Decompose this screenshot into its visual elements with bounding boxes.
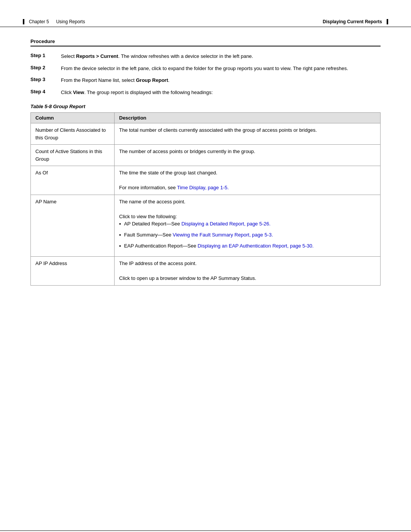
- step-3-bold: Group Report: [136, 77, 168, 83]
- col-header-column: Column: [31, 113, 115, 123]
- main-content: Procedure Step 1 Select Reports > Curren…: [0, 27, 411, 324]
- step-2-content: From the device selector in the left pan…: [61, 65, 348, 72]
- bullet-1-prefix: AP Detailed Report—See Displaying a Deta…: [124, 220, 271, 228]
- row4-text1: The name of the access point.: [119, 199, 185, 204]
- row1-column: Number of Clients Associated to this Gro…: [31, 123, 115, 145]
- group-report-table: Column Description Number of Clients Ass…: [30, 112, 381, 286]
- row5-description: The IP address of the access point. Clic…: [115, 257, 381, 286]
- page-footer: 78-14947-01 User Guide for the CiscoWork…: [0, 530, 411, 532]
- table-header-row: Column Description: [31, 113, 381, 123]
- step-3-label: Step 3: [30, 77, 61, 82]
- step-4-row: Step 4 Click View. The group report is d…: [30, 89, 381, 96]
- bullet-3-prefix: EAP Authentication Report—See Displaying…: [124, 242, 314, 250]
- table-row: Number of Clients Associated to this Gro…: [31, 123, 381, 145]
- eap-auth-link[interactable]: Displaying an EAP Authentication Report,…: [198, 243, 314, 249]
- table-row: As Of The time the state of the group la…: [31, 166, 381, 195]
- step-1-label: Step 1: [30, 53, 61, 58]
- step-2-label: Step 2: [30, 65, 61, 70]
- page: Chapter 5 Using Reports Displaying Curre…: [0, 15, 411, 532]
- step-4-bold: View: [73, 89, 84, 95]
- table-caption: Table 5-8 Group Report: [30, 104, 381, 109]
- step-1-content: Select Reports > Current. The window ref…: [61, 53, 253, 60]
- detailed-report-link[interactable]: Displaying a Detailed Report, page 5-26.: [182, 221, 271, 227]
- step-1-bold: Reports > Current: [76, 53, 118, 59]
- header-right-title: Displaying Current Reports: [323, 19, 382, 24]
- steps-container: Step 1 Select Reports > Current. The win…: [30, 53, 381, 96]
- page-header: Chapter 5 Using Reports Displaying Curre…: [0, 15, 411, 27]
- step-1-row: Step 1 Select Reports > Current. The win…: [30, 53, 381, 60]
- fault-summary-link[interactable]: Viewing the Fault Summary Report, page 5…: [173, 232, 273, 238]
- time-display-link[interactable]: Time Display, page 1-5.: [177, 185, 229, 190]
- bullet-2-prefix: Fault Summary—See Viewing the Fault Summ…: [124, 231, 273, 239]
- chapter-title: Using Reports: [56, 19, 85, 24]
- table-row: AP IP Address The IP address of the acce…: [31, 257, 381, 286]
- row4-description: The name of the access point. Click to v…: [115, 195, 381, 257]
- step-4-label: Step 4: [30, 89, 61, 94]
- bullet-item-1: AP Detailed Report—See Displaying a Deta…: [119, 220, 376, 228]
- bullet-item-2: Fault Summary—See Viewing the Fault Summ…: [119, 231, 376, 239]
- row2-column: Count of Active Stations in this Group: [31, 145, 115, 166]
- step-3-row: Step 3 From the Report Name list, select…: [30, 77, 381, 84]
- row5-column: AP IP Address: [31, 257, 115, 286]
- row5-text1: The IP address of the access point.: [119, 260, 197, 266]
- col-header-description: Description: [115, 113, 381, 123]
- row3-text2: For more information, see Time Display, …: [119, 185, 229, 190]
- table-row: Count of Active Stations in this Group T…: [31, 145, 381, 166]
- step-2-row: Step 2 From the device selector in the l…: [30, 65, 381, 72]
- header-left: Chapter 5 Using Reports: [23, 19, 85, 24]
- row3-text1: The time the state of the group last cha…: [119, 170, 217, 176]
- header-right-bar: [387, 19, 388, 24]
- table-row: AP Name The name of the access point. Cl…: [31, 195, 381, 257]
- row3-column: As Of: [31, 166, 115, 195]
- header-right: Displaying Current Reports: [323, 19, 388, 24]
- row2-description: The number of access points or bridges c…: [115, 145, 381, 166]
- row5-text2: Click to open up a browser window to the…: [119, 275, 256, 281]
- row4-bullet-list: AP Detailed Report—See Displaying a Deta…: [119, 220, 376, 250]
- step-3-content: From the Report Name list, select Group …: [61, 77, 169, 84]
- chapter-label: Chapter 5: [29, 19, 49, 24]
- row4-text2: Click to view the following:: [119, 214, 177, 219]
- row1-description: The total number of clients currently as…: [115, 123, 381, 145]
- bullet-item-3: EAP Authentication Report—See Displaying…: [119, 242, 376, 250]
- procedure-section: Procedure Step 1 Select Reports > Curren…: [30, 38, 381, 286]
- row4-column: AP Name: [31, 195, 115, 257]
- procedure-title: Procedure: [30, 38, 381, 46]
- header-left-bar: [23, 19, 24, 24]
- row3-description: The time the state of the group last cha…: [115, 166, 381, 195]
- step-4-content: Click View. The group report is displaye…: [61, 89, 213, 96]
